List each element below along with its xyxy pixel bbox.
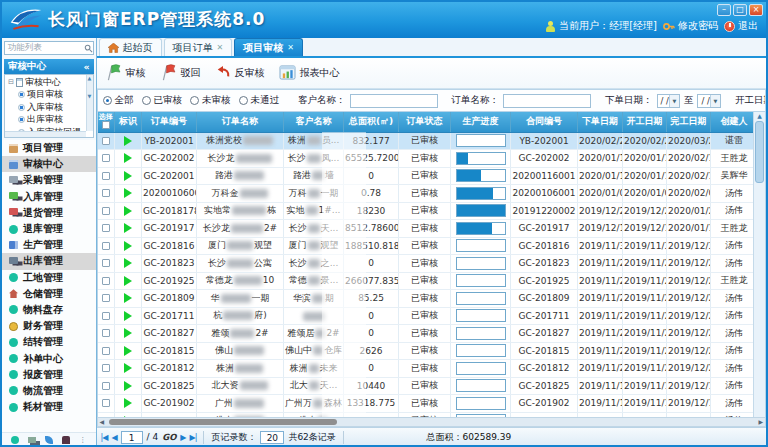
page-number-input[interactable]: 1 [121, 431, 143, 444]
table-row[interactable]: GC-201816 厦门观望 厦门观望 188510.818 已审核 GC-20… [98, 237, 758, 255]
tree-item-0[interactable]: 项目审核 [8, 89, 93, 102]
order-date-to-input[interactable]: / /▼ [697, 94, 720, 108]
tab-2[interactable]: 项目审核 ✕ [234, 38, 303, 56]
tab-1[interactable]: 项目订单 ✕ [164, 38, 233, 56]
function-search-input[interactable]: 功能列表 [4, 41, 94, 55]
footer-dot-icon[interactable] [11, 436, 19, 444]
last-page-button[interactable]: ▶| [190, 433, 197, 442]
go-button[interactable]: GO [162, 432, 176, 442]
table-row[interactable]: GC-201809 华一期 华滨期 85.25 已审核 GC-201809 20… [98, 290, 758, 308]
calendar-dropdown-icon[interactable]: ▼ [710, 95, 720, 107]
close-icon[interactable]: ✕ [217, 43, 224, 52]
tree-hscrollbar[interactable] [5, 131, 86, 137]
hscroll-right-icon[interactable]: ▶ [758, 418, 763, 426]
sidebar-module-14[interactable]: 报废管理 [2, 367, 96, 383]
table-row[interactable]: GC-201917 长沙龙2# 长沙天... 8512.78600.. 已审核 … [98, 220, 758, 238]
footer-person-icon[interactable] [62, 436, 70, 444]
collapse-icon[interactable]: « [83, 61, 89, 72]
row-checkbox[interactable] [102, 154, 110, 162]
table-row[interactable]: GC-201823 长沙公寓 长沙之... 0 已审核 GC-201823 20… [98, 255, 758, 273]
sidebar-module-12[interactable]: 结转管理 [2, 334, 96, 350]
sidebar-module-5[interactable]: 退库管理 [2, 221, 96, 237]
row-checkbox[interactable] [102, 137, 110, 145]
row-checkbox[interactable] [102, 259, 110, 267]
table-row[interactable]: GC-201825 北大资 北大天... 10440 已审核 GC-201825… [98, 377, 758, 395]
col-header-5[interactable]: 总面积(㎡) [344, 112, 399, 132]
col-header-1[interactable]: 标识 [115, 112, 142, 132]
select-all-checkbox[interactable] [102, 121, 110, 129]
table-row[interactable]: GC-202001 路港 路港墙 0 已审核 20200116001 2020/… [98, 167, 758, 185]
sidebar-module-4[interactable]: 退货管理 [2, 205, 96, 221]
col-header-select[interactable]: 选择 [98, 112, 115, 132]
hscroll-left-icon[interactable]: ◀ [100, 418, 105, 426]
sidebar-panel-header[interactable]: 审核中心 « [4, 59, 94, 74]
first-page-button[interactable]: |◀ [101, 433, 108, 442]
radio-3[interactable] [239, 96, 248, 105]
table-row[interactable]: YB-202001 株洲党校 株洲员... 832.177 已审核 YB-202… [98, 132, 758, 150]
col-header-6[interactable]: 订单状态 [399, 112, 451, 132]
tree-item-1[interactable]: 入库审核 [8, 101, 93, 114]
tree-vscrollbar[interactable]: ▲▼ [86, 75, 93, 131]
sidebar-module-9[interactable]: 仓储管理 [2, 286, 96, 302]
row-checkbox[interactable] [102, 207, 110, 215]
table-row[interactable]: 20200106001 万科金 万科一期 0.78 已审核 2020010600… [98, 185, 758, 203]
col-header-12[interactable]: 创建人 [711, 112, 758, 132]
row-checkbox[interactable] [102, 329, 110, 337]
sidebar-module-7[interactable]: 出库管理 [2, 253, 96, 269]
col-header-9[interactable]: 下单日期 [578, 112, 623, 132]
tab-0[interactable]: 起始页 [99, 38, 162, 56]
row-checkbox[interactable] [102, 382, 110, 390]
table-row[interactable]: GC-201925 常德龙10 常德景... 266077.835.. 已审核 … [98, 272, 758, 290]
sidebar-module-16[interactable]: 耗材管理 [2, 399, 96, 415]
maximize-button[interactable]: □ [733, 4, 747, 16]
row-checkbox[interactable] [102, 347, 110, 355]
footer-cart-icon[interactable] [28, 437, 36, 443]
row-checkbox[interactable] [102, 399, 110, 407]
table-row[interactable]: GC-201902 广州 广州万森林 13318.775 已审核 GC-2019… [98, 395, 758, 413]
grid-hscrollbar[interactable]: ◀ ▶ [97, 417, 766, 427]
close-button[interactable]: × [749, 4, 763, 16]
sidebar-module-1[interactable]: 审核中心 [2, 156, 96, 172]
row-checkbox[interactable] [102, 172, 110, 180]
sidebar-module-0[interactable]: 项目管理 [2, 140, 96, 156]
col-header-2[interactable]: 订单编号 [142, 112, 197, 132]
sidebar-module-3[interactable]: 入库管理 [2, 189, 96, 205]
row-checkbox[interactable] [102, 242, 110, 250]
table-row[interactable]: GC-202002 长沙龙 长沙凤... 65525.7200.. 已审核 GC… [98, 150, 758, 168]
calendar-dropdown-icon[interactable]: ▼ [669, 95, 679, 107]
toolbar-button-2[interactable]: 反审核 [215, 65, 265, 81]
toolbar-button-0[interactable]: 审核 [105, 64, 146, 83]
row-checkbox[interactable] [102, 364, 110, 372]
sidebar-module-8[interactable]: 工地管理 [2, 270, 96, 286]
sidebar-module-2[interactable]: 采购管理 [2, 172, 96, 188]
table-row[interactable]: GC-2018178 实地常栋 实地1#... 18230 已审核 201912… [98, 202, 758, 220]
footer-more-icon[interactable]: ⋮ [79, 436, 86, 444]
tree-root[interactable]: ⊟ 审核中心 [8, 76, 93, 89]
row-checkbox[interactable] [102, 224, 110, 232]
toolbar-button-1[interactable]: 驳回 [160, 64, 201, 83]
sidebar-module-11[interactable]: 财务管理 [2, 318, 96, 334]
sidebar-module-13[interactable]: 补单中心 [2, 350, 96, 366]
sidebar-module-15[interactable]: 物流管理 [2, 383, 96, 399]
radio-1[interactable] [142, 96, 151, 105]
close-icon[interactable]: ✕ [287, 43, 294, 52]
hscroll-thumb[interactable] [109, 419, 337, 425]
sidebar-module-6[interactable]: 生产管理 [2, 237, 96, 253]
prev-page-button[interactable]: ◀ [111, 433, 116, 442]
table-row[interactable]: GC-201711 杭府) 0 已审核 GC-201711 2019/11/20… [98, 307, 758, 325]
grid-vscrollbar[interactable]: ▲ [753, 112, 765, 417]
customer-name-input[interactable] [350, 94, 438, 108]
change-password-button[interactable]: 修改密码 [663, 19, 718, 33]
radio-0[interactable] [103, 96, 112, 105]
logout-button[interactable]: 退出 [724, 19, 758, 33]
footer-leaf-icon[interactable] [45, 436, 53, 444]
col-header-11[interactable]: 完工日期 [667, 112, 711, 132]
col-header-8[interactable]: 合同编号 [511, 112, 578, 132]
order-date-from-input[interactable]: / /▼ [657, 94, 680, 108]
table-row[interactable]: GC-201812 株洲 株洲未来 0 已审核 GC-201812 2019/1… [98, 360, 758, 378]
page-size-input[interactable]: 20 [260, 431, 284, 444]
sidebar-module-10[interactable]: 物料盘存 [2, 302, 96, 318]
table-row[interactable]: GC-201815 佛山 佛山中仓库 2626 已审核 GC-201815 20… [98, 342, 758, 360]
radio-2[interactable] [190, 96, 199, 105]
toolbar-button-3[interactable]: 报表中心 [279, 65, 340, 82]
